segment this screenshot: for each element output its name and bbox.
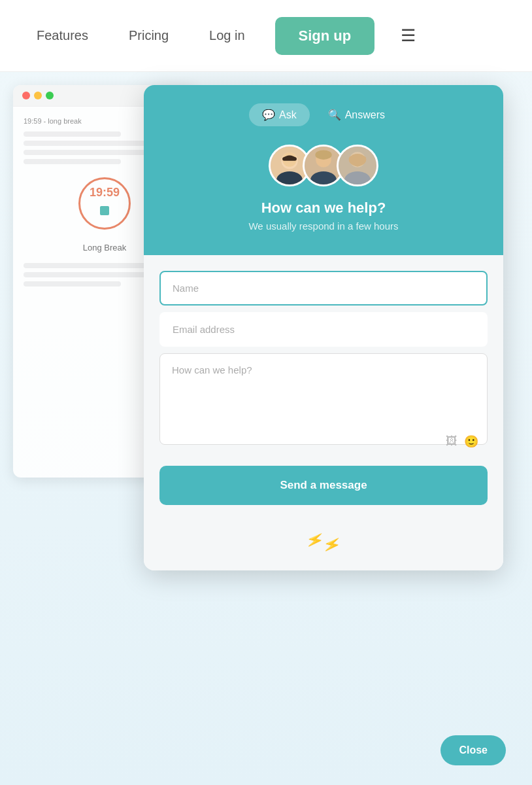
emoji-icon[interactable]: 🙂: [464, 434, 478, 449]
name-input[interactable]: [159, 271, 488, 305]
ask-icon: 💬: [262, 109, 275, 121]
dot-red: [22, 92, 30, 99]
send-message-button[interactable]: Send a message: [159, 466, 488, 505]
dot-green: [46, 92, 54, 99]
tab-answers-label: Answers: [345, 109, 385, 121]
message-wrapper: 🖼 🙂: [159, 353, 488, 457]
nav-features[interactable]: Features: [26, 23, 99, 48]
mockup-line: [24, 131, 121, 137]
nav-login[interactable]: Log in: [199, 23, 256, 48]
timer-circle: 19:59: [78, 177, 131, 230]
message-textarea[interactable]: [159, 353, 488, 445]
chat-subtitle: We usually respond in a few hours: [159, 220, 488, 232]
tab-ask[interactable]: 💬 Ask: [249, 103, 310, 126]
timer-square: [100, 206, 109, 215]
powered-icon: ⚡⚡: [305, 529, 343, 555]
hamburger-icon[interactable]: ☰: [401, 26, 416, 46]
mockup-line: [24, 281, 121, 287]
signup-button[interactable]: Sign up: [275, 17, 375, 55]
email-input[interactable]: [159, 312, 488, 347]
timer-display: 19:59: [90, 186, 120, 200]
powered-by: ⚡⚡: [144, 518, 503, 570]
chat-body: 🖼 🙂 Send a message: [144, 255, 503, 518]
mockup-line: [24, 272, 153, 277]
svg-point-8: [315, 150, 331, 160]
tab-ask-label: Ask: [279, 109, 297, 121]
answers-icon: 🔍: [328, 109, 341, 121]
svg-rect-4: [282, 157, 297, 160]
dot-yellow: [34, 92, 42, 99]
nav-pricing[interactable]: Pricing: [118, 23, 179, 48]
chat-header: 💬 Ask 🔍 Answers: [144, 85, 503, 255]
navbar: Features Pricing Log in Sign up ☰: [0, 0, 532, 72]
mockup-line: [24, 141, 153, 146]
chat-widget: 💬 Ask 🔍 Answers: [144, 85, 503, 570]
avatar-3: [337, 145, 378, 186]
mockup-line: [24, 159, 121, 164]
tab-answers[interactable]: 🔍 Answers: [315, 103, 398, 126]
chat-tabs: 💬 Ask 🔍 Answers: [159, 103, 488, 126]
avatars-row: [159, 145, 488, 186]
close-button[interactable]: Close: [441, 735, 506, 765]
textarea-icons: 🖼 🙂: [446, 434, 478, 449]
image-upload-icon[interactable]: 🖼: [446, 434, 457, 449]
chat-title: How can we help?: [159, 200, 488, 217]
